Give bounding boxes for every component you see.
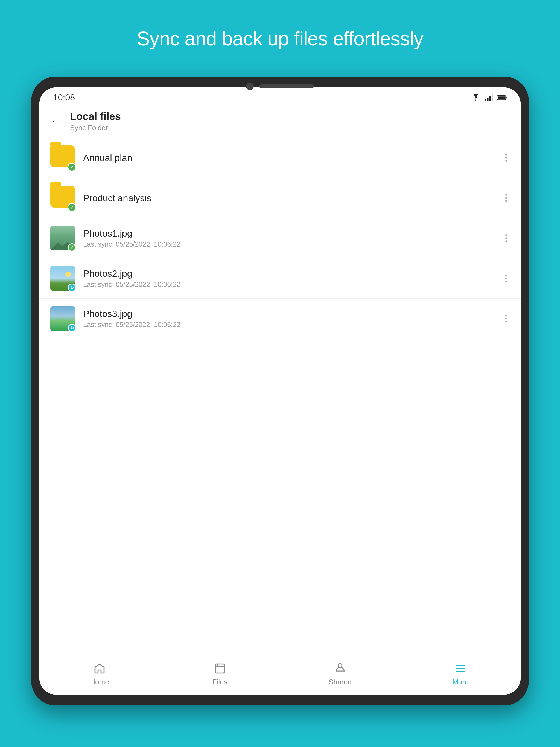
file-item-photos3[interactable]: Photos3.jpg Last sync: 05/25/2022, 10:06… (40, 299, 520, 339)
svg-rect-1 (485, 99, 486, 101)
photo-sync-badge-photos1 (68, 243, 76, 252)
photo-icon-photos2 (50, 266, 75, 291)
status-icons (471, 94, 507, 101)
home-icon (93, 662, 107, 676)
file-name-photos1: Photos1.jpg (83, 228, 503, 239)
camera-dot (246, 83, 254, 90)
photo-icon-photos3 (50, 306, 75, 331)
svg-rect-4 (492, 94, 493, 101)
app-header: ← Local files Sync Folder (40, 105, 520, 138)
svg-rect-3 (489, 96, 491, 101)
file-name-product-analysis: Product analysis (83, 193, 503, 203)
svg-rect-2 (487, 98, 489, 101)
more-menu-photos1[interactable] (503, 232, 510, 245)
header-subtitle: Sync Folder (70, 124, 121, 132)
file-name-photos2: Photos2.jpg (83, 268, 503, 279)
folder-icon-product-analysis (50, 186, 75, 210)
page-headline: Sync and back up files effortlessly (0, 0, 560, 50)
photo-sync-badge-photos3 (68, 324, 76, 332)
svg-rect-6 (506, 97, 507, 98)
svg-rect-7 (498, 96, 505, 99)
file-name-annual-plan: Annual plan (83, 153, 503, 163)
photo-sync-badge-photos2 (68, 284, 76, 292)
file-meta-photos1: Last sync: 05/25/2022, 10:06:22 (83, 240, 503, 248)
battery-icon (497, 94, 507, 101)
status-time: 10:08 (53, 93, 75, 103)
sync-badge-annual-plan (68, 163, 76, 172)
tablet-screen: 10:08 (40, 87, 520, 695)
file-meta-photos3: Last sync: 05/25/2022, 10:06:22 (83, 321, 503, 329)
folder-icon-annual-plan (50, 146, 75, 170)
more-menu-annual-plan[interactable] (503, 151, 510, 164)
file-item-annual-plan[interactable]: Annual plan (40, 138, 520, 178)
svg-rect-8 (215, 664, 225, 673)
sync-badge-product-analysis (68, 203, 76, 212)
nav-label-shared: Shared (329, 678, 352, 686)
svg-point-0 (475, 100, 476, 101)
file-meta-photos2: Last sync: 05/25/2022, 10:06:22 (83, 281, 503, 288)
more-menu-photos2[interactable] (503, 272, 510, 285)
files-icon (213, 662, 227, 676)
photo-icon-photos1 (50, 226, 75, 251)
back-button[interactable]: ← (50, 115, 62, 127)
shared-icon (333, 662, 347, 676)
nav-item-files[interactable]: Files (160, 662, 280, 686)
header-title: Local files (70, 111, 121, 123)
nav-item-shared[interactable]: Shared (280, 662, 400, 686)
file-item-photos1[interactable]: Photos1.jpg Last sync: 05/25/2022, 10:06… (40, 218, 520, 258)
nav-item-home[interactable]: Home (40, 662, 160, 686)
file-name-photos3: Photos3.jpg (83, 308, 503, 319)
bottom-nav: Home Files (40, 656, 520, 695)
more-icon (453, 662, 467, 676)
file-list: Annual plan Product analysis (40, 138, 520, 656)
wifi-icon (471, 94, 481, 101)
nav-label-more: More (452, 678, 468, 686)
file-item-photos2[interactable]: Photos2.jpg Last sync: 05/25/2022, 10:06… (40, 258, 520, 299)
more-menu-product-analysis[interactable] (503, 191, 510, 205)
nav-item-more[interactable]: More (400, 662, 520, 686)
camera-bar (259, 84, 314, 88)
nav-label-home: Home (90, 678, 109, 686)
more-menu-photos3[interactable] (503, 312, 510, 325)
nav-label-files: Files (212, 678, 228, 686)
tablet-device: 10:08 (31, 77, 529, 705)
signal-icon (484, 94, 494, 101)
file-item-product-analysis[interactable]: Product analysis (40, 178, 520, 218)
